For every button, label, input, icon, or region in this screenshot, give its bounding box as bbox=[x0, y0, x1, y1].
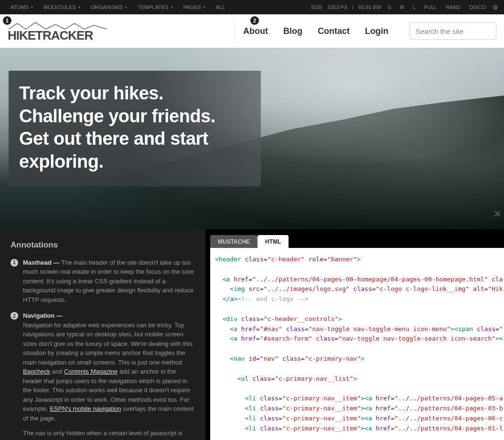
annotation-number: 1 bbox=[11, 259, 18, 267]
toolbar-item-all[interactable]: ALL bbox=[211, 4, 230, 10]
nav-divider bbox=[234, 19, 235, 43]
toolbar-item-templates[interactable]: TEMPLATES▼ bbox=[133, 4, 179, 10]
size-sep: / bbox=[352, 4, 354, 10]
chevron-down-icon: ▼ bbox=[170, 5, 174, 10]
size-m-button[interactable]: M bbox=[398, 4, 406, 10]
size-disco-button[interactable]: DISCO bbox=[467, 4, 488, 10]
toolbar-item-pages[interactable]: PAGES▼ bbox=[178, 4, 211, 10]
annotation-body: Masthead — The main header of the site d… bbox=[23, 258, 195, 305]
toolbar-right: SIZE 1053 PX / 65.81 EM S M L FULL RAND … bbox=[311, 4, 498, 11]
site-header: 1 2 HIKETRACKER About Blog Contact Login bbox=[0, 14, 504, 48]
toolbar-left: ATOMS▼ MOLECULES▼ ORGANISMS▼ TEMPLATES▼ … bbox=[6, 4, 230, 10]
code-tabs: MUSTACHE HTML bbox=[210, 235, 504, 248]
annotation-body: Navigation — Navigation for adaptive web… bbox=[23, 311, 195, 440]
gear-icon[interactable]: ⚙ bbox=[493, 4, 498, 11]
size-label: SIZE bbox=[311, 4, 322, 10]
close-icon[interactable]: × bbox=[494, 206, 501, 221]
size-em[interactable]: 65.81 EM bbox=[358, 4, 381, 10]
nav-login[interactable]: Login bbox=[365, 26, 388, 36]
annotation-number: 2 bbox=[11, 312, 18, 320]
tab-mustache[interactable]: MUSTACHE bbox=[210, 235, 257, 248]
hero-background-image bbox=[0, 96, 504, 229]
site-logo[interactable]: HIKETRACKER bbox=[8, 21, 108, 42]
nav-contact[interactable]: Contact bbox=[318, 26, 350, 36]
annotations-panel: Annotations 1Masthead — The main header … bbox=[0, 229, 205, 440]
chevron-down-icon: ▼ bbox=[203, 5, 206, 10]
code-body[interactable]: <header class="c-header" role="banner"> … bbox=[210, 248, 504, 440]
toolbar-item-organisms[interactable]: ORGANISMS▼ bbox=[86, 4, 133, 10]
search-input[interactable] bbox=[409, 22, 496, 40]
nav-about[interactable]: About bbox=[243, 26, 268, 36]
chevron-down-icon: ▼ bbox=[30, 5, 34, 10]
tab-html[interactable]: HTML bbox=[257, 235, 289, 248]
pattern-lab-toolbar: ATOMS▼ MOLECULES▼ ORGANISMS▼ TEMPLATES▼ … bbox=[0, 0, 504, 14]
code-panel: MUSTACHE HTML <header class="c-header" r… bbox=[205, 229, 504, 440]
chevron-down-icon: ▼ bbox=[124, 5, 128, 10]
chevron-down-icon: ▼ bbox=[77, 5, 81, 10]
hero-callout: Track your hikes. Challenge your friends… bbox=[9, 71, 261, 186]
nav-blog[interactable]: Blog bbox=[283, 26, 302, 36]
toolbar-item-molecules[interactable]: MOLECULES▼ bbox=[39, 4, 86, 10]
annotation-badge-1[interactable]: 1 bbox=[3, 16, 11, 25]
annotation-item: 2Navigation — Navigation for adaptive we… bbox=[11, 311, 195, 440]
annotations-title: Annotations bbox=[11, 239, 195, 251]
preview-viewport: 1 2 HIKETRACKER About Blog Contact Login… bbox=[0, 14, 504, 229]
primary-nav: About Blog Contact Login bbox=[243, 22, 496, 40]
toolbar-item-atoms[interactable]: ATOMS▼ bbox=[6, 4, 39, 10]
size-s-button[interactable]: S bbox=[386, 4, 393, 10]
hero: Track your hikes. Challenge your friends… bbox=[0, 48, 504, 229]
annotation-badge-2[interactable]: 2 bbox=[250, 16, 259, 25]
info-panel: Annotations 1Masthead — The main header … bbox=[0, 229, 504, 440]
logo-icon: HIKETRACKER bbox=[8, 21, 108, 42]
size-l-button[interactable]: L bbox=[411, 4, 418, 10]
hero-headline: Track your hikes. Challenge your friends… bbox=[19, 82, 247, 173]
svg-text:HIKETRACKER: HIKETRACKER bbox=[8, 28, 93, 42]
annotation-item: 1Masthead — The main header of the site … bbox=[11, 258, 195, 305]
size-rand-button[interactable]: RAND bbox=[444, 4, 462, 10]
size-full-button[interactable]: FULL bbox=[422, 4, 439, 10]
size-px[interactable]: 1053 PX bbox=[327, 4, 347, 10]
